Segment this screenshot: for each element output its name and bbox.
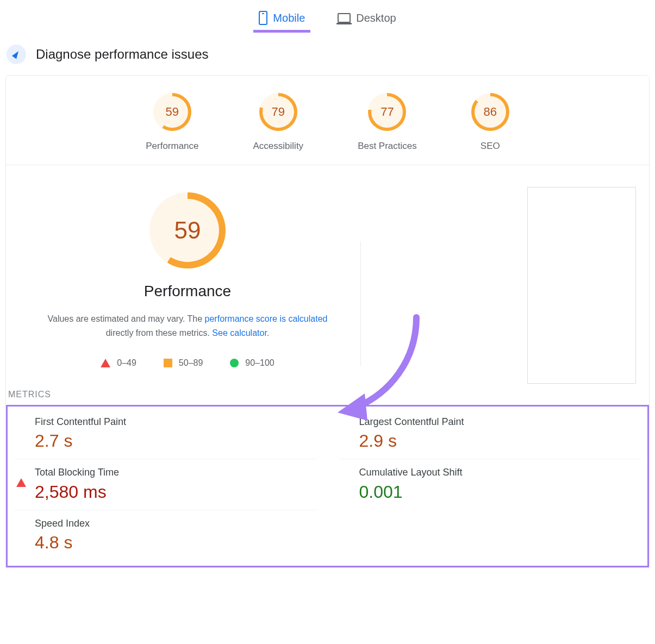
gauge-performance[interactable]: 59Performance <box>146 93 198 152</box>
metric-cumulative-layout-shift[interactable]: Cumulative Layout Shift0.001 <box>339 459 641 510</box>
metric-value: 2.9 s <box>359 431 639 451</box>
tab-desktop[interactable]: Desktop <box>332 8 401 30</box>
score-legend: 0–49 50–89 90–100 <box>101 358 274 368</box>
metric-value: 2.7 s <box>35 431 315 451</box>
link-score-explain[interactable]: performance score is calculated <box>205 314 328 323</box>
performance-gauge: 59 <box>149 192 226 268</box>
metric-first-contentful-paint[interactable]: First Contentful Paint2.7 s <box>14 409 317 459</box>
divider-vertical <box>360 241 361 366</box>
compass-icon <box>7 45 26 64</box>
performance-score: 59 <box>156 199 219 262</box>
report-card: 59Performance79Accessibility77Best Pract… <box>5 75 650 568</box>
link-see-calculator[interactable]: See calculator <box>212 328 267 337</box>
metric-value: 2,580 ms <box>35 482 315 502</box>
tab-mobile-label: Mobile <box>273 12 305 24</box>
gauge-score: 59 <box>157 96 188 128</box>
performance-area: 59 Performance Values are estimated and … <box>6 165 649 390</box>
gauge-best-practices[interactable]: 77Best Practices <box>358 93 417 152</box>
metric-name: First Contentful Paint <box>35 416 315 428</box>
performance-description: Values are estimated and may vary. The p… <box>35 312 340 340</box>
gauge-label: SEO <box>481 141 500 152</box>
triangle-icon <box>16 469 26 487</box>
metrics-heading: METRICS <box>6 390 649 405</box>
section-heading: Diagnose performance issues <box>0 36 655 70</box>
device-tabs: Mobile Desktop <box>0 0 655 36</box>
metric-name: Largest Contentful Paint <box>359 416 639 428</box>
legend-good: 90–100 <box>230 358 274 368</box>
gauge-accessibility[interactable]: 79Accessibility <box>253 93 304 152</box>
gauge-label: Best Practices <box>358 141 417 152</box>
screenshot-thumbnail <box>527 187 636 384</box>
page-title: Diagnose performance issues <box>36 47 209 62</box>
metric-total-blocking-time[interactable]: Total Blocking Time2,580 ms <box>14 459 317 510</box>
gauge-seo[interactable]: 86SEO <box>471 93 509 152</box>
metrics-grid: First Contentful Paint2.7 sLargest Conte… <box>6 405 649 567</box>
mobile-icon <box>259 11 267 25</box>
category-gauges-row: 59Performance79Accessibility77Best Pract… <box>6 76 649 165</box>
metric-value: 4.8 s <box>35 533 315 553</box>
gauge-score: 79 <box>263 96 294 128</box>
metric-name: Cumulative Layout Shift <box>359 467 639 478</box>
gauge-score: 86 <box>475 96 506 128</box>
performance-summary: 59 Performance Values are estimated and … <box>19 192 356 368</box>
performance-title: Performance <box>144 283 231 300</box>
gauge-label: Performance <box>146 141 198 152</box>
metric-largest-contentful-paint[interactable]: Largest Contentful Paint2.9 s <box>339 409 641 459</box>
metric-value: 0.001 <box>359 482 639 502</box>
square-icon <box>164 359 172 367</box>
legend-needs-improvement: 50–89 <box>164 358 203 368</box>
gauge-label: Accessibility <box>253 141 304 152</box>
tab-desktop-label: Desktop <box>356 12 396 24</box>
metric-name: Speed Index <box>35 518 315 529</box>
desktop-icon <box>338 13 351 23</box>
tab-mobile[interactable]: Mobile <box>253 8 310 30</box>
triangle-icon <box>101 359 110 367</box>
legend-poor: 0–49 <box>101 358 136 368</box>
metric-name: Total Blocking Time <box>35 467 315 478</box>
circle-icon <box>230 359 239 367</box>
metric-speed-index[interactable]: Speed Index4.8 s <box>14 510 317 560</box>
